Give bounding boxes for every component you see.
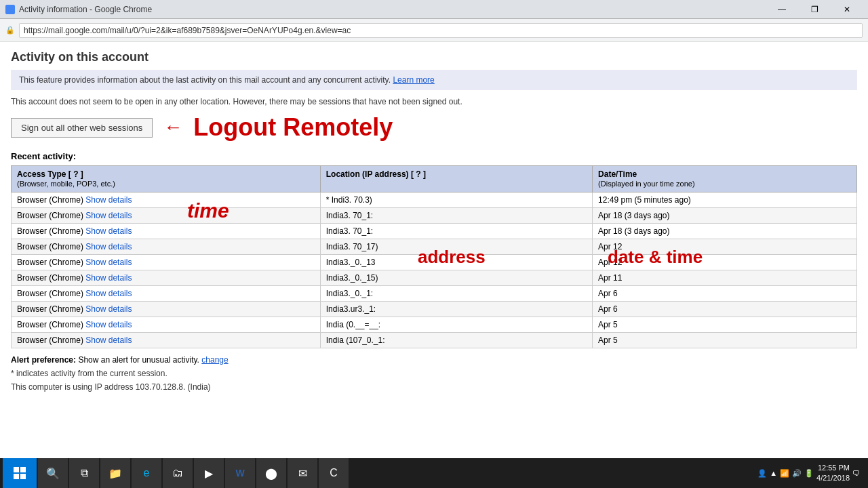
info-box: This feature provides information about … (11, 70, 857, 90)
datetime-cell: Apr 5 (593, 333, 857, 348)
location-cell: India3. 70_17) (320, 239, 592, 255)
access-type-text: Browser (Chrome) (17, 226, 83, 236)
mail-button[interactable]: ✉ (288, 458, 317, 488)
tray-icon-volume[interactable]: 🔊 (792, 469, 802, 478)
show-details-link[interactable]: Show details (85, 289, 132, 298)
system-tray: 👤 ▲ 📶 🔊 🔋 (757, 469, 814, 478)
show-details-link[interactable]: Show details (85, 211, 132, 220)
access-type-cell: Browser (Chrome) Show details (12, 333, 321, 348)
table-row: Browser (Chrome) Show detailsIndia3. 70_… (12, 224, 857, 239)
access-type-text: Browser (Chrome) (17, 336, 83, 345)
access-type-cell: Browser (Chrome) Show details (12, 255, 321, 270)
ip-note: This computer is using IP address 103.70… (11, 382, 857, 392)
address-bar: 🔒 (0, 19, 868, 42)
media-player-button[interactable]: ▶ (194, 458, 224, 488)
show-details-link[interactable]: Show details (85, 273, 132, 283)
page-title: Activity on this account (11, 50, 857, 64)
datetime-cell: Apr 18 (3 days ago) (593, 208, 857, 224)
svg-rect-3 (20, 474, 26, 479)
access-type-cell: Browser (Chrome) Show details (12, 317, 321, 333)
show-details-link[interactable]: Show details (85, 320, 132, 329)
word-button[interactable]: W (225, 458, 255, 488)
table-row: Browser (Chrome) Show detailsIndia3._0._… (12, 270, 857, 286)
access-type-cell: Browser (Chrome) Show details (12, 224, 321, 239)
show-details-link[interactable]: Show details (85, 195, 132, 205)
table-row: Browser (Chrome) Show detailsIndia3. 70_… (12, 239, 857, 255)
close-button[interactable]: ✕ (831, 0, 863, 19)
location-cell: India (107_0._1: (320, 333, 592, 348)
change-alert-link[interactable]: change (201, 355, 228, 365)
edge-button[interactable]: e (132, 458, 161, 488)
col-location: Location (IP address) [ ? ] (320, 166, 592, 192)
datetime-cell: Apr 5 (593, 317, 857, 333)
col-access-type: Access Type [ ? ] (Browser, mobile, POP3… (12, 166, 321, 192)
sign-out-button[interactable]: Sign out all other web sessions (11, 118, 153, 138)
task-view-button[interactable]: ⧉ (69, 458, 99, 488)
notification-button[interactable]: 🗨 (852, 469, 860, 477)
location-cell: India3. 70_1: (320, 224, 592, 239)
tray-icon-up[interactable]: ▲ (770, 469, 777, 477)
show-details-link[interactable]: Show details (85, 226, 132, 236)
access-type-cell: Browser (Chrome) Show details (12, 239, 321, 255)
table-container: Access Type [ ? ] (Browser, mobile, POP3… (11, 165, 857, 348)
windows-logo-icon (14, 467, 26, 479)
chrome-icon (5, 5, 15, 14)
show-details-link[interactable]: Show details (85, 336, 132, 345)
table-row: Browser (Chrome) Show detailsIndia (0.__… (12, 317, 857, 333)
show-details-link[interactable]: Show details (85, 304, 132, 314)
window-controls: — ❐ ✕ (766, 0, 863, 19)
taskbar-right: 👤 ▲ 📶 🔊 🔋 12:55 PM 4/21/2018 🗨 (757, 463, 865, 484)
svg-rect-0 (14, 467, 19, 472)
access-type-cell: Browser (Chrome) Show details (12, 208, 321, 224)
start-button[interactable] (3, 458, 37, 488)
main-content: Activity on this account This feature pr… (0, 42, 868, 458)
location-cell: India3.ur3._1: (320, 302, 592, 317)
app-button[interactable]: C (319, 458, 349, 488)
location-cell: India3._0._13 (320, 255, 592, 270)
tray-icon-battery[interactable]: 🔋 (804, 469, 814, 478)
table-row: Browser (Chrome) Show detailsIndia3. 70_… (12, 208, 857, 224)
recent-activity-title: Recent activity: (11, 151, 857, 161)
col-datetime: Date/Time (Displayed in your time zone) (593, 166, 857, 192)
table-row: Browser (Chrome) Show detailsIndia3.ur3.… (12, 302, 857, 317)
table-row: Browser (Chrome) Show detailsIndia (107_… (12, 333, 857, 348)
datetime-cell: Apr 6 (593, 302, 857, 317)
access-type-text: Browser (Chrome) (17, 273, 83, 283)
learn-more-link[interactable]: Learn more (393, 75, 434, 85)
access-type-text: Browser (Chrome) (17, 258, 83, 267)
svg-rect-2 (14, 474, 19, 479)
access-type-cell: Browser (Chrome) Show details (12, 302, 321, 317)
access-type-cell: Browser (Chrome) Show details (12, 192, 321, 208)
title-bar-title: Activity information - Google Chrome (5, 5, 152, 14)
show-details-link[interactable]: Show details (85, 242, 132, 251)
datetime-cell: Apr 18 (3 days ago) (593, 224, 857, 239)
file-explorer-button[interactable]: 📁 (100, 458, 130, 488)
table-row: Browser (Chrome) Show detailsIndia3._0._… (12, 255, 857, 270)
show-details-link[interactable]: Show details (85, 258, 132, 267)
access-type-text: Browser (Chrome) (17, 242, 83, 251)
logout-remotely-text: Logout Remotely (193, 113, 393, 142)
svg-rect-1 (20, 467, 26, 472)
sign-out-row: Sign out all other web sessions ← Logout… (11, 113, 857, 142)
minimize-button[interactable]: — (766, 0, 797, 19)
location-cell: India3._0._1: (320, 286, 592, 302)
access-type-text: Browser (Chrome) (17, 289, 83, 298)
tray-icon-network[interactable]: 📶 (780, 469, 789, 478)
folder-button[interactable]: 🗂 (163, 458, 193, 488)
location-cell: India (0.__=__: (320, 317, 592, 333)
footnote: * indicates activity from the current se… (11, 369, 857, 378)
chrome-taskbar-button[interactable]: ⬤ (256, 458, 286, 488)
maximize-button[interactable]: ❐ (799, 0, 830, 19)
location-cell: * Indi3. 70.3) (320, 192, 592, 208)
table-row: Browser (Chrome) Show details* Indi3. 70… (12, 192, 857, 208)
search-taskbar-button[interactable]: 🔍 (38, 458, 68, 488)
datetime-cell: 12:49 pm (5 minutes ago) (593, 192, 857, 208)
datetime-cell: Apr 12 (593, 239, 857, 255)
alert-preference: Alert preference: Show an alert for unus… (11, 355, 857, 365)
activity-table: Access Type [ ? ] (Browser, mobile, POP3… (11, 165, 857, 348)
tray-icon-people[interactable]: 👤 (757, 469, 767, 478)
datetime-cell: Apr 11 (593, 270, 857, 286)
access-type-cell: Browser (Chrome) Show details (12, 286, 321, 302)
url-input[interactable] (19, 23, 863, 38)
access-type-text: Browser (Chrome) (17, 195, 83, 205)
